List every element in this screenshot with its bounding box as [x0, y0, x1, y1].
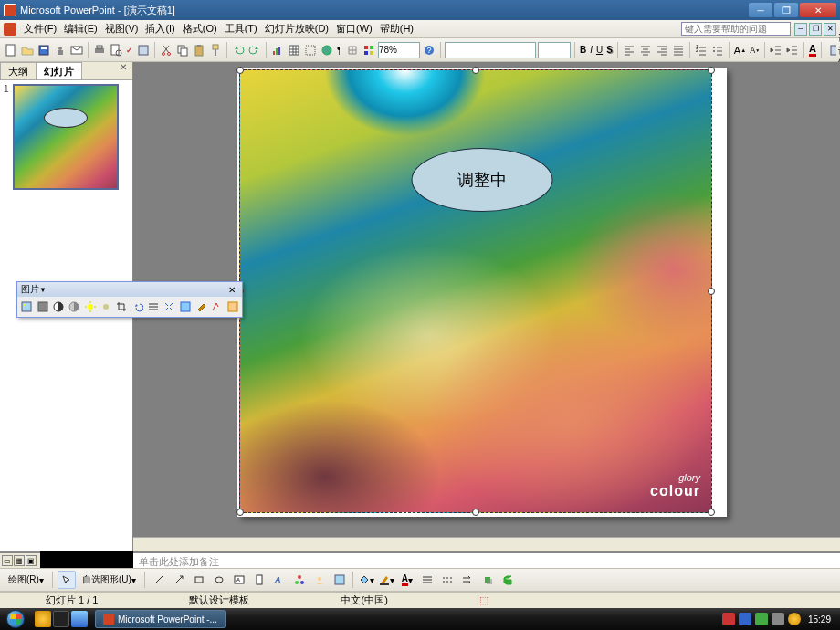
shadow-button[interactable]: S — [605, 41, 614, 59]
resize-handle[interactable] — [708, 67, 715, 74]
clipart-button[interactable] — [310, 571, 329, 589]
undo-button[interactable] — [231, 41, 246, 59]
menu-view[interactable]: 视图(V) — [101, 22, 142, 36]
panel-close-icon[interactable]: ✕ — [114, 62, 132, 79]
slide-thumbnail[interactable]: 1 — [4, 84, 129, 190]
mdi-close[interactable]: ✕ — [824, 23, 836, 36]
format-painter-button[interactable] — [208, 41, 223, 59]
taskbar-app-button[interactable]: Microsoft PowerPoint -... — [95, 610, 226, 628]
copy-button[interactable] — [175, 41, 190, 59]
font-color-button-draw[interactable]: A▾ — [398, 571, 416, 589]
underline-button[interactable]: U — [595, 41, 604, 59]
cut-button[interactable] — [159, 41, 173, 59]
more-brightness-button[interactable] — [82, 299, 97, 315]
tray-icon[interactable] — [739, 613, 751, 625]
insert-chart-button[interactable] — [270, 41, 285, 59]
tray-icon[interactable] — [755, 613, 768, 625]
decrease-font-button[interactable]: A▼ — [749, 41, 761, 59]
save-button[interactable] — [37, 41, 51, 59]
align-right-button[interactable] — [655, 41, 669, 59]
font-combo[interactable] — [445, 42, 536, 58]
select-objects-button[interactable] — [58, 571, 76, 589]
line-button[interactable] — [150, 571, 168, 589]
diagram-button[interactable] — [290, 571, 309, 589]
research-button[interactable] — [136, 41, 151, 59]
tray-icon[interactable] — [722, 613, 735, 625]
toolbar-options-icon[interactable]: ▼ — [39, 286, 47, 294]
mdi-restore[interactable]: ❐ — [809, 23, 822, 36]
slide-canvas[interactable]: glory colour 调整中 — [237, 68, 727, 517]
line-style-button-draw[interactable] — [418, 571, 436, 589]
resize-handle[interactable] — [472, 67, 479, 74]
recolor-button[interactable] — [178, 299, 193, 315]
start-button[interactable] — [0, 608, 31, 630]
tables-borders-button[interactable] — [303, 41, 318, 59]
minimize-button[interactable]: ─ — [749, 3, 772, 17]
align-left-button[interactable] — [622, 41, 636, 59]
help-button[interactable]: ? — [422, 41, 436, 59]
compress-button[interactable] — [162, 299, 176, 315]
mdi-minimize[interactable]: ─ — [794, 23, 807, 36]
arrow-style-button[interactable] — [458, 571, 477, 589]
quicklaunch-icon[interactable] — [53, 611, 69, 627]
permission-button[interactable] — [53, 41, 68, 59]
resize-handle[interactable] — [472, 509, 479, 516]
spellcheck-button[interactable]: ✓ — [125, 41, 134, 59]
wordart-button[interactable]: A — [270, 571, 289, 589]
print-preview-button[interactable] — [109, 41, 123, 59]
tab-outline[interactable]: 大纲 — [0, 62, 37, 79]
bullets-button[interactable] — [710, 41, 725, 59]
maximize-button[interactable]: ❐ — [774, 3, 798, 17]
line-color-button[interactable]: ▾ — [378, 571, 396, 589]
paste-button[interactable] — [192, 41, 206, 59]
autoshapes-button[interactable]: 自选图形(U) ▾ — [78, 571, 141, 589]
more-contrast-button[interactable] — [51, 299, 66, 315]
slide-background-image[interactable]: glory colour — [239, 69, 712, 513]
rotate-left-button[interactable] — [131, 299, 145, 315]
help-search-input[interactable] — [681, 22, 791, 36]
design-button[interactable]: 设计(S) — [825, 41, 840, 59]
oval-button[interactable] — [210, 571, 228, 589]
menu-insert[interactable]: 插入(I) — [142, 22, 178, 36]
3d-style-button[interactable] — [499, 571, 517, 589]
less-brightness-button[interactable] — [99, 299, 113, 315]
show-formatting-button[interactable]: ¶ — [336, 41, 343, 59]
font-color-button[interactable]: A — [808, 41, 817, 59]
toolbar-close-icon[interactable]: ✕ — [226, 285, 238, 295]
picture-toolbar-title[interactable]: 图片 ▼ ✕ — [17, 282, 242, 297]
close-button[interactable]: ✕ — [800, 3, 836, 17]
print-button[interactable] — [92, 41, 107, 59]
slideshow-view-button[interactable]: ▣ — [26, 555, 37, 566]
dash-style-button[interactable] — [438, 571, 457, 589]
line-style-button[interactable] — [146, 299, 161, 315]
show-grid-button[interactable] — [345, 41, 360, 59]
rectangle-button[interactable] — [190, 571, 208, 589]
menu-help[interactable]: 帮助(H) — [376, 22, 417, 36]
transparent-button[interactable] — [209, 299, 224, 315]
email-button[interactable] — [69, 41, 84, 59]
resize-handle[interactable] — [236, 67, 244, 74]
color-button[interactable] — [35, 299, 49, 315]
less-contrast-button[interactable] — [67, 299, 81, 315]
resize-handle[interactable] — [236, 509, 244, 516]
tray-icon[interactable] — [788, 613, 801, 625]
numbering-button[interactable]: 12 — [694, 41, 709, 59]
distributed-button[interactable] — [671, 41, 686, 59]
font-size-combo[interactable] — [538, 42, 571, 58]
open-button[interactable] — [20, 41, 35, 59]
reset-picture-button[interactable] — [226, 299, 240, 315]
color-button[interactable] — [362, 41, 376, 59]
resize-handle[interactable] — [708, 509, 715, 516]
redo-button[interactable] — [247, 41, 262, 59]
notes-pane[interactable]: 单击此处添加备注 — [133, 551, 840, 568]
ellipse-shape[interactable]: 调整中 — [412, 148, 553, 212]
increase-font-button[interactable]: A▲ — [733, 41, 747, 59]
picture-toolbar[interactable]: 图片 ▼ ✕ — [16, 281, 243, 318]
new-button[interactable] — [4, 41, 18, 59]
normal-view-button[interactable]: ▭ — [2, 555, 13, 566]
textbox-button[interactable]: A — [230, 571, 248, 589]
menu-edit[interactable]: 编辑(E) — [60, 22, 101, 36]
horizontal-scrollbar[interactable] — [133, 537, 840, 551]
quicklaunch-icon[interactable] — [35, 611, 51, 627]
menu-file[interactable]: 文件(F) — [20, 22, 60, 36]
